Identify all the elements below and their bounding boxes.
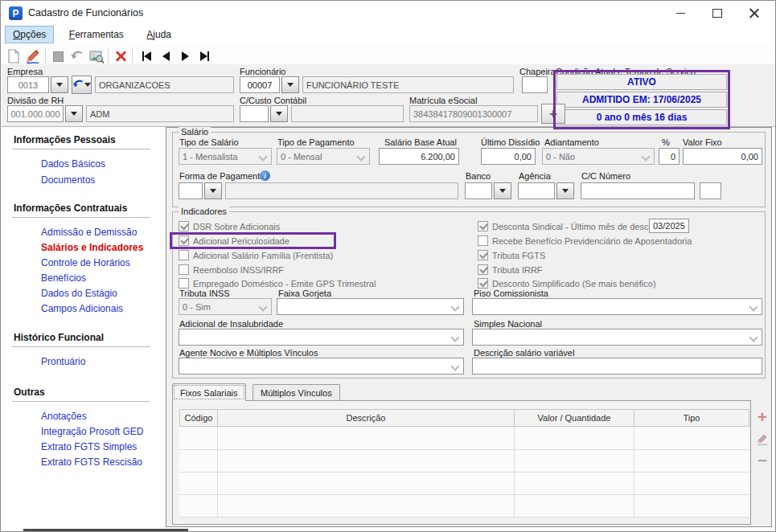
sidebar-divider <box>12 217 150 218</box>
forma-pagamento-code-field[interactable] <box>179 182 203 199</box>
nav-last-button[interactable] <box>195 47 213 65</box>
checkbox-reembolso-inss-irrf[interactable]: Reembolso INSS/IRRF <box>179 264 284 275</box>
sidebar-item-dados-basicos[interactable]: Dados Básicos <box>41 158 105 170</box>
checkbox-desconta-sindical[interactable]: Desconta Sindical - Último mês de descon… <box>478 221 666 231</box>
checkbox-adicional-salario-familia[interactable]: Adicional Salário Família (Frentista) <box>179 250 333 260</box>
checkbox-empregado-domestico[interactable]: Empregado Doméstico - Emite GPS Trimestr… <box>179 278 376 289</box>
divisao-rh-dropdown-button[interactable] <box>65 105 83 122</box>
empresa-dropdown-button[interactable] <box>51 76 68 93</box>
nav-previous-button[interactable] <box>157 47 174 65</box>
tab-fixos-salariais[interactable]: Fixos Salariais <box>172 383 246 401</box>
grid-remove-button[interactable]: − <box>755 451 770 469</box>
checkbox-dsr-sobre-adicionais[interactable]: DSR Sobre Adicionais <box>179 221 280 231</box>
menu-ajuda[interactable]: Ajuda <box>138 26 179 43</box>
tab-multiplos-vinculos[interactable]: Múltiplos Vínculos <box>253 384 340 401</box>
close-button[interactable] <box>736 1 773 25</box>
checkbox-icon <box>478 235 488 246</box>
cc-digito-field[interactable] <box>700 182 721 199</box>
ultimo-mes-desconto-field[interactable]: 03/2025 <box>649 219 689 233</box>
condicao-status-box: ATIVO <box>556 74 727 90</box>
cc-numero-field[interactable] <box>581 182 695 199</box>
percentual-label: % <box>662 137 670 147</box>
plus-icon: + <box>549 106 557 122</box>
menu-opcoes[interactable]: Opções <box>5 26 54 43</box>
grid-add-button[interactable]: + <box>755 407 770 425</box>
sidebar-item-admissao-demissao[interactable]: Admissão e Demissão <box>41 227 137 238</box>
checkbox-desconto-simplificado[interactable]: Desconto Simplificado (Se mais benéfico) <box>478 278 656 289</box>
simples-nacional-combo[interactable] <box>472 329 762 346</box>
minimize-button[interactable] <box>662 1 699 25</box>
checkbox-tributa-irrf[interactable]: Tributa IRRF <box>478 264 543 275</box>
tipo-salario-combo[interactable]: 1 - Mensalista <box>179 148 272 165</box>
valor-fixo-field[interactable]: 0,00 <box>683 148 762 165</box>
agencia-dropdown-button[interactable] <box>556 182 574 199</box>
adiantamento-combo[interactable]: 0 - Não <box>542 148 655 165</box>
salario-base-field[interactable]: 6.200,00 <box>379 148 459 165</box>
chapeira-field[interactable] <box>522 76 548 93</box>
edit-record-button[interactable] <box>24 47 42 65</box>
sidebar-item-beneficios[interactable]: Benefícios <box>41 272 86 284</box>
sidebar-item-integracao-prosoft-ged[interactable]: Integração Prosoft GED <box>41 426 143 437</box>
sidebar-item-campos-adicionais[interactable]: Campos Adicionais <box>41 303 123 314</box>
grid-edit-button[interactable] <box>755 430 770 448</box>
column-header-valor-quantidade[interactable]: Valor / Quantidade <box>514 409 634 427</box>
maximize-icon <box>712 9 722 18</box>
nav-first-button[interactable] <box>138 47 155 65</box>
agente-nocivo-combo[interactable] <box>179 358 464 374</box>
column-header-codigo[interactable]: Código <box>179 409 218 427</box>
checkbox-adicional-periculosidade[interactable]: Adicional Periculosidade <box>179 235 289 246</box>
column-header-descricao[interactable]: Descrição <box>217 409 515 427</box>
matricula-add-button[interactable]: + <box>541 104 565 124</box>
banco-dropdown-button[interactable] <box>494 182 511 199</box>
delete-record-button[interactable] <box>112 47 129 65</box>
tipo-pagamento-label: Tipo de Pagamento <box>277 137 355 147</box>
menu-ferramentas[interactable]: Ferramentas <box>61 26 132 43</box>
sidebar-item-prontuario[interactable]: Prontuário <box>41 356 85 367</box>
tributa-inss-combo[interactable]: 0 - Sim <box>179 298 272 315</box>
agencia-field[interactable] <box>518 182 555 199</box>
piso-comissionista-combo[interactable] <box>472 298 762 315</box>
matricula-esocial-label: Matrícula eSocial <box>409 96 477 105</box>
sidebar-item-controle-horarios[interactable]: Controle de Horários <box>41 257 130 268</box>
ccusto-code-field[interactable] <box>240 105 269 122</box>
switch-company-button[interactable] <box>72 76 92 94</box>
info-icon[interactable]: i <box>260 170 270 181</box>
edit-pencil-icon <box>25 48 41 64</box>
empresa-code-field[interactable]: 0013 <box>7 76 49 93</box>
toolbar-separator <box>45 47 46 63</box>
sidebar-divider <box>12 346 150 347</box>
nav-next-button[interactable] <box>176 47 194 65</box>
funcionario-dropdown-button[interactable] <box>281 76 299 93</box>
checkbox-icon <box>179 235 189 246</box>
agencia-label: Agência <box>519 171 551 181</box>
salario-legend: Salário <box>179 127 211 137</box>
undo-button[interactable] <box>68 47 86 65</box>
faixa-gorjeta-combo[interactable] <box>277 298 464 315</box>
forma-pagamento-dropdown-button[interactable] <box>204 182 222 199</box>
divisao-rh-code-field[interactable]: 001.000.000 <box>7 105 64 122</box>
tipo-pagamento-combo[interactable]: 0 - Mensal <box>277 148 370 165</box>
new-record-button[interactable] <box>5 47 23 65</box>
nav-previous-icon <box>162 51 170 61</box>
ultimo-dissidio-field[interactable]: 0,00 <box>481 148 536 165</box>
adicional-insalubridade-combo[interactable] <box>179 329 464 346</box>
banco-field[interactable] <box>465 182 492 199</box>
preview-report-button[interactable] <box>88 47 105 65</box>
sidebar-item-extrato-fgts-rescisao[interactable]: Extrato FGTS Rescisão <box>41 456 142 468</box>
checkbox-tributa-fgts[interactable]: Tributa FGTS <box>478 250 545 260</box>
funcionario-code-field[interactable]: 00007 <box>240 76 280 93</box>
sidebar-item-anotacoes[interactable]: Anotações <box>41 411 87 422</box>
save-button[interactable] <box>49 47 67 65</box>
banco-label: Banco <box>466 171 491 181</box>
column-header-tipo[interactable]: Tipo <box>634 409 749 427</box>
maximize-button[interactable] <box>699 1 736 25</box>
sidebar-item-extrato-fgts-simples[interactable]: Extrato FGTS Simples <box>41 441 137 452</box>
checkbox-recebe-beneficio[interactable]: Recebe Benefício Previdenciário de Apose… <box>478 235 692 246</box>
percentual-field[interactable]: 0 <box>659 148 680 165</box>
sidebar-item-salarios-indicadores[interactable]: Salários e Indicadores <box>41 242 143 253</box>
sidebar-item-documentos[interactable]: Documentos <box>41 174 95 186</box>
sidebar-item-dados-estagio[interactable]: Dados do Estágio <box>41 288 117 299</box>
descricao-salario-variavel-field[interactable] <box>472 358 762 374</box>
ccusto-dropdown-button[interactable] <box>270 105 288 122</box>
checkbox-icon <box>478 250 488 260</box>
